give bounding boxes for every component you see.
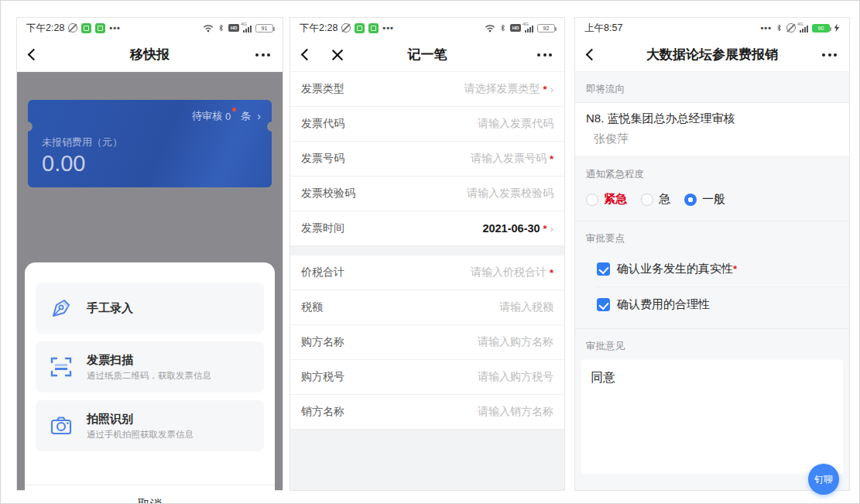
camera-icon — [48, 413, 74, 439]
mute-icon — [786, 23, 796, 33]
ticket-notch — [22, 122, 33, 132]
nav-bar: 记一笔 — [290, 38, 564, 72]
field-buyer-taxid[interactable]: 购方税号 请输入购方税号 — [290, 360, 564, 395]
field-seller-name[interactable]: 销方名称 请输入销方名称 — [290, 395, 564, 430]
pending-review-link[interactable]: 待审核 0 条 › — [28, 100, 272, 123]
chevron-right-icon: › — [257, 110, 261, 122]
form-bottom-filler — [290, 430, 564, 490]
flow-approver-name: 张俊萍 — [586, 126, 838, 146]
unreimbursed-label: 未报销费用（元） — [28, 123, 272, 149]
option-manual-entry[interactable]: 手工录入 — [36, 283, 264, 334]
more-icon[interactable] — [822, 53, 837, 57]
battery-icon: 91 — [255, 24, 273, 33]
app-badge-icon — [368, 23, 379, 33]
cancel-button[interactable]: 取消 — [25, 485, 275, 504]
field-tax-amount[interactable]: 税额 请输入税额 — [290, 290, 564, 325]
checkbox-checked-icon — [597, 298, 610, 311]
required-mark: * — [550, 267, 553, 279]
mute-icon — [341, 23, 351, 33]
invoice-form: 发票类型 请选择发票类型*› 发票代码 请输入发票代码 发票号码 请输入发票号码… — [290, 72, 564, 490]
back-icon[interactable] — [586, 49, 598, 61]
dimmed-overlay: 待审核 0 条 › 未报销费用（元） 0.00 手工录入 — [17, 72, 283, 490]
status-bar: 下午2:28 ••• HD 4G 91 — [17, 18, 283, 38]
screen-expense-home: 下午2:28 ••• HD 4G 91 移快报 — [16, 17, 283, 491]
radio-normal[interactable]: 一般 — [684, 192, 725, 207]
battery-icon: 90 — [812, 24, 830, 33]
field-invoice-number[interactable]: 发票号码 请输入发票号码* — [290, 142, 564, 177]
mute-icon — [68, 23, 77, 33]
screenshot-canvas: 下午2:28 ••• HD 4G 91 移快报 — [0, 0, 860, 504]
dingtalk-chat-button[interactable]: 钉聊 — [808, 464, 839, 495]
checkbox-checked-icon — [597, 262, 610, 276]
back-icon[interactable] — [301, 49, 314, 61]
option-title: 发票扫描 — [87, 353, 211, 368]
unreimbursed-amount: 0.00 — [28, 149, 272, 177]
signal-icon: 4G — [243, 24, 252, 33]
radio-selected-icon — [684, 194, 697, 206]
more-icon[interactable] — [537, 53, 552, 57]
screen-approval-detail: 上午8:57 ••• 4G 90 大数据论坛参展费报销 即将流向 N8. 蓝悦集… — [574, 17, 850, 491]
back-icon[interactable] — [28, 49, 40, 61]
field-invoice-type[interactable]: 发票类型 请选择发票类型*› — [290, 72, 564, 107]
option-title: 手工录入 — [87, 301, 133, 316]
page-title: 大数据论坛参展费报销 — [646, 46, 778, 63]
section-label-flow: 即将流向 — [575, 72, 849, 102]
status-bar: 下午2:28 ••• HD 4G 92 — [290, 18, 564, 38]
bluetooth-icon — [499, 23, 506, 33]
checkbox-authenticity[interactable]: 确认业务发生的真实性* — [575, 252, 849, 286]
radio-urgent[interactable]: 紧急 — [586, 192, 627, 207]
option-subtitle: 通过手机拍照获取发票信息 — [87, 429, 194, 441]
option-invoice-scan[interactable]: 发票扫描 通过纸质二维码，获取发票信息 — [36, 341, 264, 393]
bluetooth-icon — [776, 23, 783, 33]
radio-rush[interactable]: 急 — [641, 192, 670, 207]
field-invoice-date[interactable]: 发票时间 2021-06-30*› — [290, 211, 564, 246]
pen-icon — [48, 295, 74, 321]
wifi-icon — [485, 24, 495, 33]
notification-overflow-icon: ••• — [109, 23, 121, 33]
more-icon[interactable] — [255, 53, 270, 57]
scan-icon — [48, 354, 74, 380]
section-divider — [290, 246, 564, 255]
nav-bar: 移快报 — [17, 38, 283, 72]
battery-icon: 92 — [537, 24, 555, 33]
field-buyer-name[interactable]: 购方名称 请输入购方名称 — [290, 325, 564, 360]
signal-icon: 4G — [525, 24, 533, 33]
status-bar: 上午8:57 ••• 4G 90 — [575, 18, 849, 38]
signal-icon: 4G — [800, 24, 808, 33]
nav-bar: 大数据论坛参展费报销 — [575, 38, 849, 72]
field-total-with-tax[interactable]: 价税合计 请输入价税合计* — [290, 255, 564, 290]
required-mark: * — [543, 223, 547, 235]
status-time: 下午2:28 — [300, 22, 337, 35]
field-invoice-code[interactable]: 发票代码 请输入发票代码 — [290, 107, 564, 142]
radio-icon — [641, 194, 653, 206]
pending-count: 0 — [225, 111, 231, 122]
bluetooth-icon — [218, 23, 224, 33]
notification-dot — [232, 108, 236, 111]
screen-invoice-form: 下午2:28 ••• HD 4G 92 记一笔 发票类型 请选择 — [290, 17, 565, 491]
field-invoice-checkcode[interactable]: 发票校验码 请输入发票校验码 — [290, 177, 564, 211]
approval-points-block: 确认业务发生的真实性* 确认费用的合理性 — [575, 252, 849, 329]
option-photo-recognition[interactable]: 拍照识别 通过手机拍照获取发票信息 — [36, 400, 264, 451]
charging-icon — [834, 23, 840, 33]
required-mark: * — [733, 263, 737, 275]
action-sheet: 手工录入 发票扫描 通过纸质二维码，获取发票信息 — [25, 262, 275, 504]
option-title: 拍照识别 — [87, 412, 194, 427]
hd-icon: HD — [228, 24, 239, 32]
required-mark: * — [543, 84, 547, 95]
status-time: 上午8:57 — [584, 22, 622, 35]
expense-summary-card[interactable]: 待审核 0 条 › 未报销费用（元） 0.00 — [28, 100, 272, 187]
approval-comment-input[interactable]: 同意 — [581, 359, 843, 474]
required-mark: * — [550, 153, 553, 165]
flow-step-block: N8. 蓝悦集团总办总经理审核 张俊萍 — [575, 102, 849, 157]
ticket-notch — [267, 122, 277, 132]
app-badge-icon — [355, 23, 365, 33]
app-badge-icon — [81, 23, 91, 33]
checkbox-reasonableness[interactable]: 确认费用的合理性 — [575, 287, 849, 322]
chevron-right-icon: › — [550, 223, 553, 235]
close-icon[interactable] — [331, 49, 343, 60]
wifi-icon — [203, 24, 214, 33]
flow-step-name: N8. 蓝悦集团总办总经理审核 — [586, 111, 838, 126]
page-title: 移快报 — [130, 46, 170, 63]
option-subtitle: 通过纸质二维码，获取发票信息 — [87, 370, 211, 382]
section-label-points: 审批要点 — [575, 221, 849, 252]
